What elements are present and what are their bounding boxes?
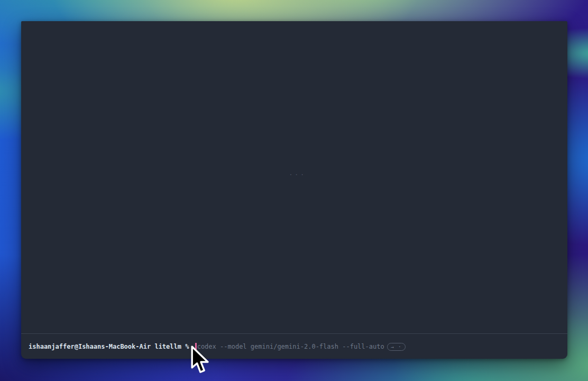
tab-accept-hint-badge: → ·: [387, 343, 406, 351]
command-input-line[interactable]: ishaanjaffer@Ishaans-MacBook-Air litellm…: [29, 342, 562, 351]
shell-prompt: ishaanjaffer@Ishaans-MacBook-Air litellm…: [29, 342, 193, 351]
loading-dots: ···: [289, 170, 306, 178]
terminal-window[interactable]: ··· ishaanjaffer@Ishaans-MacBook-Air lit…: [21, 21, 567, 359]
prompt-divider: [21, 333, 567, 334]
text-cursor: [195, 343, 197, 351]
autosuggestion-text: codex --model gemini/gemini-2.0-flash --…: [197, 342, 384, 351]
